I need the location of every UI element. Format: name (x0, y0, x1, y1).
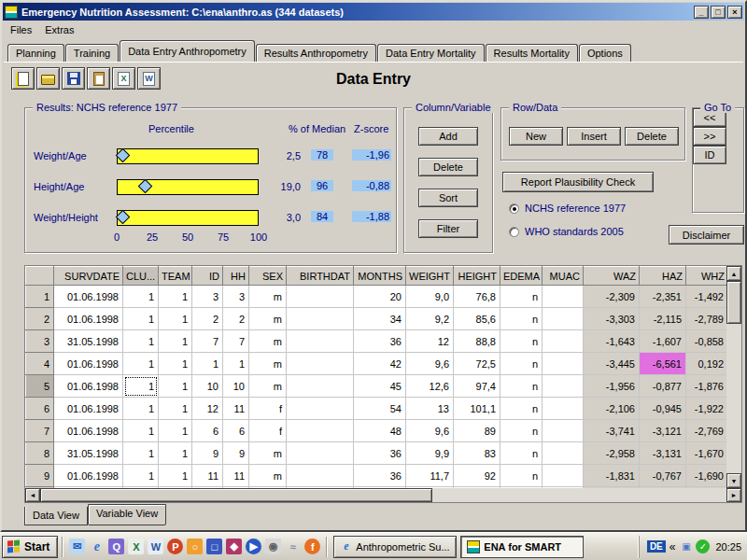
cell[interactable]: m (249, 375, 287, 398)
cell[interactable]: -1,492 (686, 286, 727, 308)
cell[interactable] (543, 375, 584, 398)
column-delete-button[interactable]: Delete (418, 158, 478, 176)
cell[interactable]: 01.06.1998 (54, 420, 123, 442)
cell[interactable] (543, 308, 584, 330)
cell[interactable]: 01.06.1998 (54, 375, 123, 398)
tray-chevron[interactable]: « (669, 540, 676, 553)
row-insert-button[interactable]: Insert (567, 127, 621, 146)
cell[interactable]: f (249, 398, 287, 420)
menu-item-extras[interactable]: Extras (38, 22, 80, 37)
column-add-button[interactable]: Add (418, 127, 478, 146)
cell[interactable]: 11 (223, 465, 249, 487)
cell[interactable]: 31.05.1998 (54, 330, 123, 353)
cell[interactable]: 45 (354, 375, 406, 398)
antivirus-icon[interactable]: ✓ (696, 539, 710, 553)
row-header[interactable]: 6 (26, 398, 54, 420)
row-header[interactable]: 1 (26, 286, 54, 308)
column-sort-button[interactable]: Sort (418, 189, 478, 207)
scroll-left-button[interactable]: ◄ (25, 488, 40, 502)
cell[interactable]: 9,6 (406, 353, 454, 375)
cell[interactable]: 12 (406, 330, 454, 353)
cell[interactable]: 1 (123, 420, 159, 442)
cell[interactable]: 6 (223, 420, 249, 442)
cell[interactable]: n (500, 398, 543, 420)
cell[interactable]: 7 (192, 330, 223, 353)
cell[interactable] (287, 465, 354, 487)
tab-training[interactable]: Training (65, 44, 119, 62)
cell[interactable]: 1 (123, 375, 159, 398)
tab-results-anthropometry[interactable]: Results Anthropometry (256, 44, 376, 62)
column-header-corner[interactable] (26, 267, 54, 286)
quicktime-icon[interactable]: Q (108, 539, 124, 554)
cell[interactable] (543, 330, 584, 353)
cell[interactable] (287, 330, 354, 353)
cell[interactable]: -1,831 (584, 465, 640, 487)
report-plausibility-check-button[interactable]: Report Plausibility Check (502, 172, 654, 192)
cell[interactable]: 1 (159, 442, 192, 465)
cell[interactable]: n (500, 442, 543, 465)
column-header-survdate[interactable]: SURVDATE (54, 267, 123, 286)
cell[interactable]: 76,8 (454, 286, 500, 308)
cell[interactable]: 9,9 (406, 442, 454, 465)
tab-data-entry-mortality[interactable]: Data Entry Mortality (377, 44, 485, 62)
cell[interactable] (543, 442, 584, 465)
row-delete-button[interactable]: Delete (625, 127, 679, 146)
column-header-height[interactable]: HEIGHT (454, 267, 500, 286)
cell[interactable]: -1,670 (686, 442, 727, 465)
word-icon[interactable]: W (148, 539, 163, 554)
cell[interactable]: 2 (192, 308, 223, 330)
cell[interactable] (287, 375, 354, 398)
cell[interactable]: n (500, 308, 543, 330)
cell[interactable] (287, 420, 354, 442)
column-header-months[interactable]: MONTHS (354, 267, 406, 286)
cell[interactable]: 11 (223, 398, 249, 420)
row-header[interactable]: 9 (26, 465, 54, 487)
cell[interactable]: 34 (354, 308, 406, 330)
cell[interactable]: 9 (192, 442, 223, 465)
cell[interactable]: 1 (123, 353, 159, 375)
cell[interactable]: 85,6 (454, 308, 500, 330)
task-button-ena-for-smart[interactable]: ENA for SMART (460, 536, 584, 558)
cell[interactable]: -2,309 (584, 286, 640, 308)
cell[interactable] (287, 442, 354, 465)
media-app-icon[interactable]: ◆ (226, 539, 242, 554)
scroll-down-button[interactable]: ▼ (726, 473, 741, 488)
cell[interactable]: 72,5 (454, 353, 500, 375)
cell[interactable]: -2,106 (584, 398, 640, 420)
cell[interactable]: -2,115 (640, 308, 686, 330)
cell[interactable]: 1 (159, 286, 192, 308)
column-header-waz[interactable]: WAZ (584, 267, 640, 286)
cell[interactable]: 97,4 (454, 375, 500, 398)
cell[interactable]: -3,445 (584, 353, 640, 375)
column-header-weight[interactable]: WEIGHT (406, 267, 454, 286)
cell[interactable]: 1 (159, 330, 192, 353)
cell[interactable]: -6,561 (640, 353, 686, 375)
cell[interactable]: 42 (354, 353, 406, 375)
column-header-hh[interactable]: HH (223, 267, 249, 286)
cell[interactable]: 10 (223, 375, 249, 398)
cell[interactable]: -1,607 (640, 330, 686, 353)
language-indicator[interactable]: DE (647, 540, 666, 553)
view-tab-data-view[interactable]: Data View (24, 507, 88, 525)
cell[interactable]: 1 (159, 353, 192, 375)
task-button-anthropometric-su-[interactable]: eAnthropometric Su... (333, 536, 457, 558)
webcam-icon[interactable]: ◉ (265, 539, 281, 554)
cell[interactable]: 12 (192, 398, 223, 420)
cell[interactable]: -3,131 (640, 442, 686, 465)
column-header-team[interactable]: TEAM (159, 267, 192, 286)
cell[interactable]: 9,2 (406, 308, 454, 330)
row-header[interactable]: 3 (26, 330, 54, 353)
cell[interactable]: -3,121 (640, 420, 686, 442)
cell[interactable]: -2,789 (686, 308, 727, 330)
cell[interactable] (543, 398, 584, 420)
column-header-birthdat[interactable]: BIRTHDAT (287, 267, 354, 286)
cell[interactable]: 3 (192, 286, 223, 308)
cell[interactable]: 89 (454, 420, 500, 442)
cell[interactable]: 1 (123, 398, 159, 420)
cell[interactable]: 9,6 (406, 420, 454, 442)
vertical-scrollbar[interactable]: ▲ ▼ (726, 266, 741, 488)
cell[interactable]: 0,192 (686, 353, 727, 375)
cell[interactable]: 11 (192, 465, 223, 487)
cell[interactable]: 2 (223, 308, 249, 330)
cell[interactable]: -1,922 (686, 398, 727, 420)
